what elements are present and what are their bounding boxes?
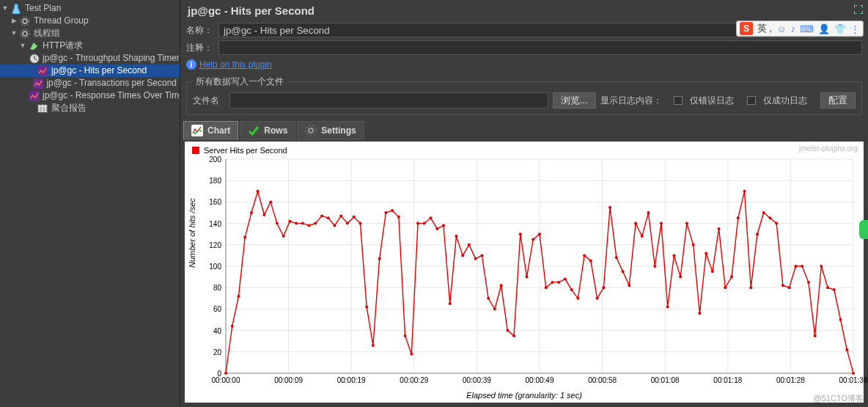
tree-item-5[interactable]: jp@gc - Hits per Second xyxy=(0,65,180,77)
comment-input[interactable] xyxy=(218,40,862,55)
ime-icon-3[interactable]: 👤 xyxy=(818,23,830,34)
only-error-checkbox[interactable] xyxy=(674,96,683,105)
tab-settings[interactable]: Settings xyxy=(297,121,364,140)
svg-point-119 xyxy=(756,232,759,235)
x-tick: 00:01:18 xyxy=(713,376,742,384)
flask-icon xyxy=(10,3,22,15)
svg-point-66 xyxy=(416,222,419,225)
side-badge[interactable] xyxy=(859,220,868,239)
tree-toggle-icon[interactable]: ▼ xyxy=(19,40,26,52)
tab-chart[interactable]: Chart xyxy=(183,121,238,140)
ime-lang[interactable]: 英 , xyxy=(757,22,772,35)
svg-point-73 xyxy=(461,254,464,257)
svg-point-80 xyxy=(506,329,509,332)
y-tick: 100 xyxy=(209,263,221,271)
svg-point-39 xyxy=(243,236,246,239)
tree-item-label: HTTP请求 xyxy=(43,40,83,52)
svg-point-110 xyxy=(698,312,701,315)
svg-point-81 xyxy=(512,334,515,337)
svg-point-54 xyxy=(339,214,342,217)
y-tick: 120 xyxy=(209,241,221,249)
svg-point-86 xyxy=(545,286,548,289)
filename-label: 文件名 xyxy=(193,95,225,107)
y-tick: 60 xyxy=(213,305,221,313)
ime-icon-4[interactable]: 👕 xyxy=(834,23,846,34)
svg-point-98 xyxy=(622,270,625,273)
only-error-label: 仅错误日志 xyxy=(690,95,734,107)
chart-icon xyxy=(33,78,43,89)
ime-logo-icon[interactable]: S xyxy=(740,22,753,35)
maximize-icon[interactable] xyxy=(853,4,864,15)
tree-toggle-icon[interactable]: ▼ xyxy=(10,27,18,40)
ime-icon-5[interactable]: ⋮ xyxy=(850,23,860,34)
svg-point-107 xyxy=(679,276,682,279)
x-tick: 00:01:08 xyxy=(651,376,680,384)
file-group-legend: 所有数据写入一个文件 xyxy=(193,76,287,88)
svg-point-103 xyxy=(653,265,656,268)
tree-item-0[interactable]: ▼Test Plan xyxy=(0,2,180,15)
svg-point-61 xyxy=(384,211,387,214)
http-icon xyxy=(28,40,40,52)
config-button[interactable]: 配置 xyxy=(820,92,856,109)
svg-point-123 xyxy=(781,284,784,287)
info-icon: i xyxy=(186,59,196,70)
svg-point-42 xyxy=(262,213,265,216)
svg-point-118 xyxy=(749,286,752,289)
tree-item-label: Thread Group xyxy=(34,15,89,27)
svg-point-133 xyxy=(845,348,848,351)
svg-point-91 xyxy=(576,297,579,300)
svg-point-106 xyxy=(672,254,675,257)
main-panel: jp@gc - Hits per Second 名称： 注释： i Help o… xyxy=(180,0,868,407)
tree-item-label: jp@gc - Hits per Second xyxy=(51,65,147,77)
svg-point-101 xyxy=(641,235,644,238)
svg-point-104 xyxy=(660,222,663,225)
y-tick: 140 xyxy=(209,219,221,227)
gear-icon xyxy=(19,15,31,27)
help-link[interactable]: Help on this plugin xyxy=(199,59,272,70)
svg-point-43 xyxy=(269,200,272,203)
svg-point-78 xyxy=(493,307,496,310)
svg-point-44 xyxy=(276,222,279,225)
ime-icon-2[interactable]: ⌨ xyxy=(800,23,814,34)
browse-button[interactable]: 浏览... xyxy=(553,92,596,109)
svg-point-52 xyxy=(327,216,330,219)
tree-toggle-icon[interactable]: ▶ xyxy=(10,15,18,27)
tab-rows[interactable]: Rows xyxy=(240,121,295,140)
tree-item-3[interactable]: ▼HTTP请求 xyxy=(0,40,180,52)
svg-point-41 xyxy=(257,190,260,193)
tabbar: ChartRowsSettings xyxy=(180,120,868,142)
svg-point-71 xyxy=(449,302,452,305)
tab-label: Rows xyxy=(264,125,287,136)
ime-icon-1[interactable]: ♪ xyxy=(791,23,796,34)
tree-toggle-icon[interactable]: ▼ xyxy=(1,2,9,15)
tree-item-4[interactable]: jp@gc - Throughput Shaping Timer xyxy=(0,52,180,65)
svg-point-114 xyxy=(724,286,727,289)
svg-point-125 xyxy=(794,265,797,268)
name-label: 名称： xyxy=(186,24,218,37)
tree-item-1[interactable]: ▶Thread Group xyxy=(0,15,180,27)
only-success-checkbox[interactable] xyxy=(747,96,756,105)
svg-point-96 xyxy=(608,206,611,209)
svg-point-82 xyxy=(519,232,522,235)
x-tick: 00:00:39 xyxy=(463,376,491,384)
ime-toolbar[interactable]: S英 ,☺♪⌨👤👕⋮ xyxy=(736,21,864,37)
tree-item-7[interactable]: jp@gc - Response Times Over Time xyxy=(0,89,180,102)
svg-point-105 xyxy=(666,305,669,308)
svg-point-127 xyxy=(807,281,810,284)
svg-point-51 xyxy=(320,214,323,217)
x-axis-label: Elapsed time (granularity: 1 sec) xyxy=(185,391,864,400)
log-content-label: 显示日志内容： xyxy=(600,95,662,107)
x-tick: 00:00:19 xyxy=(337,376,366,384)
svg-point-70 xyxy=(442,224,445,227)
svg-point-79 xyxy=(500,284,503,287)
tree-item-label: jp@gc - Throughput Shaping Timer xyxy=(43,52,180,65)
ime-icon-0[interactable]: ☺ xyxy=(776,23,786,34)
svg-point-10 xyxy=(309,128,313,133)
tree-item-6[interactable]: jp@gc - Transactions per Second xyxy=(0,77,180,89)
tree-item-8[interactable]: 聚合报告 xyxy=(0,102,180,114)
svg-point-102 xyxy=(647,211,650,214)
tree-item-2[interactable]: ▼线程组 xyxy=(0,27,180,40)
tab-label: Chart xyxy=(207,125,230,136)
y-tick: 80 xyxy=(213,284,221,292)
filename-input[interactable] xyxy=(229,92,548,109)
